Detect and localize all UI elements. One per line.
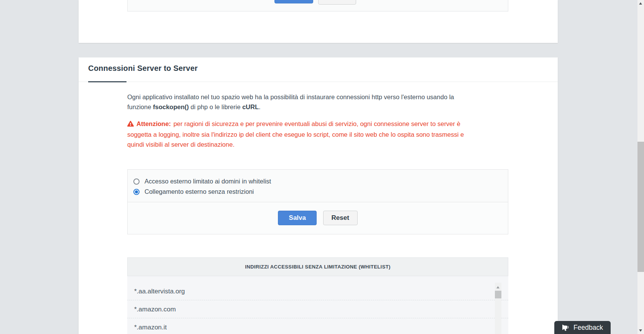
section-header: Connessioni Server to Server <box>79 57 558 82</box>
whitelist-item: *.amazon.it <box>127 318 508 334</box>
whitelist-scrollbar[interactable] <box>495 283 501 334</box>
radio-option-unrestricted[interactable]: Collegamento esterno senza restrizioni <box>133 187 508 197</box>
form-footer: Salva Reset <box>128 202 508 234</box>
warning-text: per ragioni di sicurezza e per prevenire… <box>127 120 464 148</box>
radio-button-whitelist[interactable] <box>133 178 140 185</box>
browser-scrollbar[interactable] <box>637 0 644 334</box>
radio-option-whitelist[interactable]: Accesso esterno limitato ai domini in wh… <box>133 176 508 187</box>
intro-bold-fsockopen: fsockopen() <box>153 103 189 110</box>
whitelist-scroll-area[interactable]: *.aa.altervista.org *.amazon.com *.amazo… <box>127 276 508 334</box>
megaphone-icon <box>562 324 570 331</box>
previous-form-footer <box>127 0 508 11</box>
warning-triangle-icon <box>127 120 134 129</box>
scrollbar-up-arrow-icon[interactable] <box>496 286 499 288</box>
access-mode-form: Accesso esterno limitato ai domini in wh… <box>127 169 508 234</box>
radio-label: Accesso esterno limitato ai domini in wh… <box>145 178 271 185</box>
whitelist-table: INDIRIZZI ACCESSIBILI SENZA LIMITAZIONE … <box>127 257 508 334</box>
previous-save-button[interactable]: Salva <box>274 0 313 3</box>
scrollbar-up-arrow-icon[interactable] <box>639 2 642 5</box>
intro-text-3: . <box>259 103 261 110</box>
radio-group: Accesso esterno limitato ai domini in wh… <box>128 170 508 202</box>
feedback-label: Feedback <box>573 324 603 332</box>
intro-text-2: di php o le librerie <box>189 103 242 110</box>
radio-label: Collegamento esterno senza restrizioni <box>145 188 254 195</box>
warning-paragraph: Attenzione: per ragioni di sicurezza e p… <box>127 119 478 149</box>
previous-reset-button[interactable]: Reset <box>318 0 356 5</box>
whitelist-header: INDIRIZZI ACCESSIBILI SENZA LIMITAZIONE … <box>127 257 508 276</box>
radio-button-unrestricted[interactable] <box>133 189 140 195</box>
reset-button[interactable]: Reset <box>323 211 358 225</box>
whitelist-item: *.amazon.com <box>127 300 508 318</box>
browser-scrollbar-thumb[interactable] <box>637 142 644 272</box>
intro-bold-curl: cURL <box>242 103 259 110</box>
whitelist-item: *.aa.altervista.org <box>127 282 508 300</box>
page-title: Connessioni Server to Server <box>88 64 198 73</box>
server-to-server-card: Connessioni Server to Server Ogni applic… <box>79 57 558 334</box>
section-body: Ogni applicativo installato nel tuo spaz… <box>79 82 558 334</box>
intro-paragraph: Ogni applicativo installato nel tuo spaz… <box>127 92 477 112</box>
save-button[interactable]: Salva <box>278 211 317 225</box>
warning-label: Attenzione: <box>136 120 172 127</box>
whitelist-scrollbar-thumb[interactable] <box>495 291 501 298</box>
feedback-button[interactable]: Feedback <box>554 321 611 334</box>
scrollbar-down-arrow-icon[interactable] <box>639 329 642 332</box>
previous-settings-card: Salva Reset <box>79 0 558 43</box>
